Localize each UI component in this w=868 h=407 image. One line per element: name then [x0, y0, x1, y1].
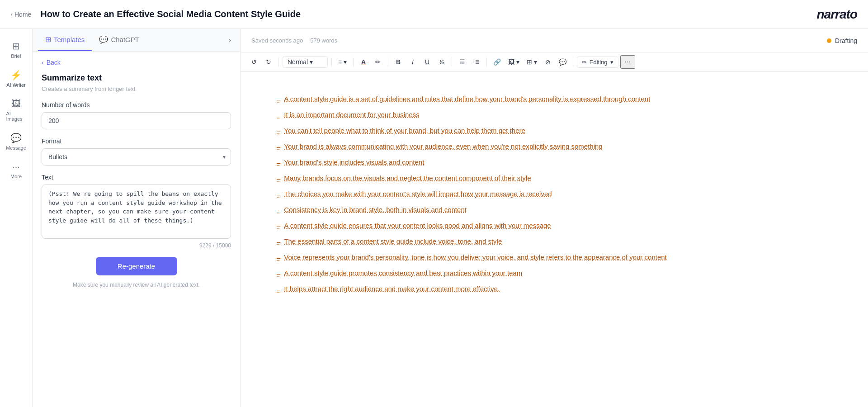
comment-button[interactable]: 💬: [556, 56, 569, 68]
saved-label: Saved seconds ago: [251, 37, 303, 44]
main-layout: ⊞ Brief ⚡ AI Writer 🖼 AI Images 💬 Messag…: [0, 29, 868, 407]
format-field-group: Format Bullets Paragraph Numbered ▾: [42, 137, 231, 166]
bullet-text: A content style guide promotes consisten…: [284, 268, 522, 279]
message-icon: 💬: [10, 133, 22, 143]
bullet-dash: –: [277, 284, 280, 295]
brief-icon: ⊞: [12, 41, 20, 52]
bullet-dash: –: [277, 173, 280, 184]
bullet-item: –It is an important document for your bu…: [277, 109, 832, 121]
undo-button[interactable]: ↺: [248, 56, 260, 68]
bullet-dash: –: [277, 205, 280, 216]
sidebar-message-label: Message: [6, 145, 26, 151]
toolbar-separator-4: [388, 57, 388, 66]
back-label: Back: [47, 59, 61, 66]
section-title: Summarize text: [42, 73, 231, 83]
toolbar-separator-2: [331, 57, 332, 66]
templates-tab-label: Templates: [54, 36, 85, 43]
sidebar-brief-label: Brief: [11, 53, 21, 59]
format-select-wrapper: Bullets Paragraph Numbered ▾: [42, 148, 231, 166]
redo-button[interactable]: ↻: [262, 56, 275, 68]
home-label: Home: [14, 11, 31, 18]
bullet-dash: –: [277, 94, 280, 105]
sidebar-ai-writer-label: AI Writer: [6, 82, 26, 88]
bullet-text: It helps attract the right audience and …: [284, 284, 500, 294]
bullet-text: Consistency is key in brand style, both …: [284, 204, 467, 215]
text-field-group: Text (Psst! We're going to spill the bea…: [42, 174, 231, 249]
bullet-item: –You can't tell people what to think of …: [277, 125, 832, 137]
format-field-label: Format: [42, 137, 231, 145]
bullet-text: Voice represents your brand's personalit…: [284, 252, 666, 263]
bullet-dash: –: [277, 268, 280, 279]
sidebar-item-brief[interactable]: ⊞ Brief: [3, 36, 30, 63]
disclaimer-text: Make sure you manually review all AI gen…: [42, 281, 231, 289]
back-button[interactable]: ‹ Back: [42, 59, 231, 66]
sidebar-item-more[interactable]: ··· More: [3, 157, 30, 184]
svg-text:3: 3: [473, 62, 475, 65]
doc-title: How to Create an Effective Social Media …: [40, 9, 301, 19]
bullet-item: –Consistency is key in brand style, both…: [277, 204, 832, 216]
toolbar-separator-6: [486, 57, 487, 66]
bullet-item: –It helps attract the right audience and…: [277, 284, 832, 295]
bullet-text: A content style guide ensures that your …: [284, 220, 551, 231]
bullet-dash: –: [277, 142, 280, 152]
panel-collapse-button[interactable]: ›: [225, 33, 235, 48]
sidebar-item-ai-images[interactable]: 🖼 AI Images: [3, 94, 30, 126]
bullet-text: The choices you make with your content's…: [284, 189, 552, 199]
toolbar-separator-7: [573, 57, 573, 66]
text-textarea[interactable]: (Psst! We're going to spill the beans on…: [42, 185, 231, 239]
strikethrough-button[interactable]: S: [435, 56, 448, 68]
top-header: ‹ Home How to Create an Effective Social…: [0, 0, 868, 29]
image-button[interactable]: 🖼 ▾: [505, 56, 522, 68]
bullet-item: –The essential parts of a content style …: [277, 236, 832, 247]
words-input[interactable]: [42, 112, 231, 129]
bullet-dash: –: [277, 110, 280, 121]
highlight-button[interactable]: ✏: [372, 56, 384, 68]
bullet-list: –A content style guide is a set of guide…: [277, 94, 832, 295]
bullet-text: Your brand is always communicating with …: [284, 141, 602, 152]
bullet-text: Many brands focus on the visuals and neg…: [284, 173, 531, 184]
editor-toolbar: ↺ ↻ Normal ▾ ≡ ▾ A ✏ B I U S ☰ 123 🔗 🖼: [241, 52, 868, 72]
style-arrow-icon: ▾: [310, 58, 313, 66]
bullet-text: It is an important document for your bus…: [284, 109, 419, 120]
textarea-wrapper: (Psst! We're going to spill the beans on…: [42, 185, 231, 241]
align-button[interactable]: ≡ ▾: [335, 56, 349, 68]
tab-chatgpt[interactable]: 💬 ChatGPT: [92, 29, 146, 51]
bullet-list-button[interactable]: ☰: [456, 56, 468, 68]
chatgpt-tab-icon: 💬: [99, 35, 108, 44]
header-left: ‹ Home How to Create an Effective Social…: [11, 9, 301, 19]
bullet-item: –A content style guide ensures that your…: [277, 220, 832, 232]
bullet-item: –Many brands focus on the visuals and ne…: [277, 173, 832, 184]
toolbar-separator-5: [452, 57, 452, 66]
italic-button[interactable]: I: [406, 56, 419, 68]
underline-button[interactable]: U: [421, 56, 434, 68]
bullet-dash: –: [277, 221, 280, 232]
special-char-button[interactable]: ⊘: [542, 56, 554, 68]
bullet-item: –Voice represents your brand's personali…: [277, 252, 832, 263]
home-link[interactable]: ‹ Home: [11, 11, 31, 18]
style-selector[interactable]: Normal ▾: [283, 56, 328, 68]
status-label: Drafting: [835, 37, 857, 44]
toolbar-separator-1: [278, 57, 279, 66]
back-chevron-icon: ‹: [42, 59, 44, 66]
ai-images-icon: 🖼: [12, 99, 21, 109]
link-button[interactable]: 🔗: [491, 56, 504, 68]
sidebar-item-ai-writer[interactable]: ⚡ AI Writer: [3, 65, 30, 92]
table-button[interactable]: ⊞ ▾: [524, 56, 540, 68]
format-select[interactable]: Bullets Paragraph Numbered: [42, 148, 231, 166]
ordered-list-button[interactable]: 123: [470, 56, 483, 68]
editor-status: Drafting: [827, 37, 857, 44]
tab-templates[interactable]: ⊞ Templates: [38, 29, 92, 51]
regenerate-button[interactable]: Re-generate: [96, 257, 177, 275]
text-field-label: Text: [42, 174, 231, 181]
text-color-button[interactable]: A: [357, 56, 370, 68]
toolbar-more-button[interactable]: ···: [620, 55, 635, 69]
bold-button[interactable]: B: [392, 56, 405, 68]
editing-arrow-icon: ▾: [610, 59, 613, 66]
char-count: 9229 / 15000: [42, 242, 231, 249]
narrato-logo: narrato: [817, 7, 857, 22]
bullet-text: Your brand's style includes visuals and …: [284, 157, 424, 168]
editing-badge[interactable]: ✏ Editing ▾: [577, 57, 618, 68]
chatgpt-tab-label: ChatGPT: [111, 36, 139, 43]
sidebar-item-message[interactable]: 💬 Message: [3, 128, 30, 155]
editor-content[interactable]: –A content style guide is a set of guide…: [241, 72, 868, 407]
